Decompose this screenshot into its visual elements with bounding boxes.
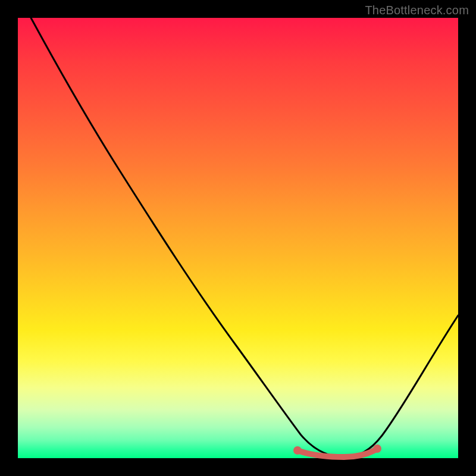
chart-frame: TheBottleneck.com bbox=[0, 0, 476, 476]
optimal-range-marker bbox=[298, 449, 377, 457]
bottleneck-curve bbox=[31, 18, 458, 457]
curve-layer bbox=[18, 18, 458, 458]
optimal-range-end-dot bbox=[373, 444, 381, 453]
watermark-text: TheBottleneck.com bbox=[365, 4, 469, 17]
optimal-range-start-dot bbox=[293, 446, 302, 455]
plot-area bbox=[18, 18, 458, 458]
